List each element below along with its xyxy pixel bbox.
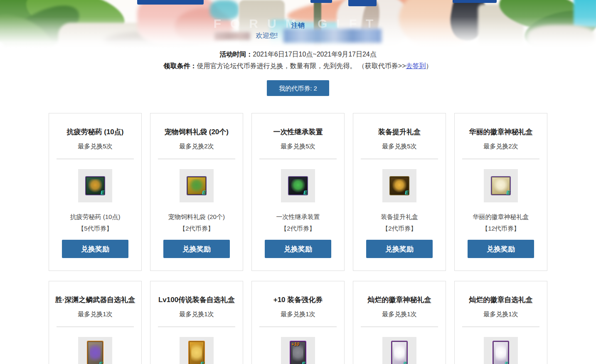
event-condition-line: 领取条件：使用官方论坛代币券进行兑换，数量有限，先到先得。 （获取代币券>>去签… [0,61,596,71]
blurred-account-info [283,29,382,43]
go-sign-in-link[interactable]: 去签到 [406,62,426,69]
icon-e-badge: E [506,189,510,196]
reward-title: 宠物饲料礼袋 (20个) [150,128,243,137]
icon-artwork [88,179,102,192]
reward-title: 灿烂的徽章自选礼盒 [455,295,547,305]
icon-e-badge: E [200,361,204,364]
reward-limit: 最多兑换5次 [49,143,141,150]
reward-limit: 最多兑换1次 [353,310,446,318]
redeem-button[interactable]: 兑换奖励 [366,240,433,258]
fatigue-potion-icon: E [85,176,105,195]
reward-price: 【2代币券】 [150,225,243,233]
reward-card: +10 装备强化券 最多兑换1次 +10 E 兑换奖励 [251,281,345,364]
reward-limit: 最多兑换1次 [252,310,344,318]
card-divider [361,159,438,159]
reward-title: 抗疲劳秘药 (10点) [49,128,141,137]
card-divider [158,327,235,327]
card-divider [462,327,539,327]
lv100-legend-box-icon: E [188,341,205,364]
card-divider [259,159,337,159]
inheritance-device-icon: E [288,176,308,195]
icon-well: E [180,337,214,364]
icon-e-badge: E [302,361,305,364]
plus10-enhance-ticket-icon: +10 E [290,341,306,364]
icon-e-badge: E [303,189,307,196]
card-divider [361,327,438,327]
reward-limit: 最多兑换1次 [49,310,141,318]
reward-title: 装备提升礼盒 [353,128,446,137]
reward-card: Lv100传说装备自选礼盒 最多兑换1次 E 兑换奖励 [150,281,243,364]
reward-title: Lv100传说装备自选礼盒 [150,295,243,305]
icon-artwork [392,179,406,192]
dazzling-badge-mystery-box-icon: E [391,341,408,364]
event-time-value: 2021年6日17日10点~2021年9月17日24点 [253,51,377,58]
reward-limit: 最多兑换5次 [252,143,344,150]
card-divider [158,159,235,159]
banner-top-fragment [137,0,204,5]
icon-e-badge: E [405,189,409,196]
banner-artwork: FORUM GIFT 注销 欢迎您! [0,0,596,48]
icon-well: E [78,169,112,202]
welcome-text: 欢迎您! [256,32,278,40]
reward-limit: 最多兑换5次 [353,143,446,150]
reward-card: 灿烂的徽章神秘礼盒 最多兑换1次 E 兑换奖励 [353,281,446,364]
pet-food-bag-icon: E [187,176,207,195]
reward-limit: 最多兑换1次 [150,310,243,318]
reward-card: 华丽的徽章神秘礼盒 最多兑换2次 E 华丽的徽章神秘礼盒 【12代币券】 兑换奖… [454,113,547,271]
icon-well: +10 E [281,337,315,364]
icon-well: E [281,169,315,202]
reward-title: 胜·深渊之鳞武器自选礼盒 [49,295,141,305]
icon-well: E [382,169,416,202]
banner-top-fragment [453,0,497,3]
icon-e-badge: E [505,361,508,364]
reward-item-name: 一次性继承装置 [252,213,344,221]
banner-top-fragment [348,0,377,6]
reward-item-name: 抗疲劳秘药 (10点) [49,213,141,221]
equipment-boost-box-icon: E [389,176,409,195]
icon-text-label: +10 [291,342,299,347]
reward-item-name: 宠物饲料礼袋 (20个) [150,213,243,221]
reward-item-name: 装备提升礼盒 [353,213,446,221]
reward-title: 灿烂的徽章神秘礼盒 [353,295,446,305]
icon-well: E [484,337,518,364]
redeem-button[interactable]: 兑换奖励 [468,240,534,258]
reward-card: 一次性继承装置 最多兑换5次 E 一次性继承装置 【2代币券】 兑换奖励 [251,113,345,271]
icon-well: E [382,337,416,364]
reward-title: 一次性继承装置 [252,128,344,137]
redeem-button[interactable]: 兑换奖励 [62,240,128,258]
card-divider [462,159,539,159]
icon-e-badge: E [202,189,206,196]
card-divider [259,327,337,327]
icon-e-badge: E [101,189,104,196]
event-condition-suffix: ） [426,62,433,69]
icon-artwork [190,179,204,192]
redeem-button[interactable]: 兑换奖励 [163,240,230,258]
banner-top-fragment [310,0,332,3]
icon-artwork [291,179,305,192]
reward-card: 胜·深渊之鳞武器自选礼盒 最多兑换1次 E 兑换奖励 [49,281,142,364]
reward-price: 【2代币券】 [252,225,344,233]
icon-well: E [180,169,214,202]
reward-card: 灿烂的徽章自选礼盒 最多兑换1次 E 兑换奖励 [454,281,547,364]
reward-title: +10 装备强化券 [252,295,344,305]
welcome-row: 欢迎您! [0,28,596,43]
reward-limit: 最多兑换2次 [455,143,547,150]
icon-e-badge: E [99,361,103,364]
event-time-label: 活动时间： [219,51,253,58]
icon-e-badge: E [403,361,407,364]
event-condition-label: 领取条件： [163,62,197,69]
reward-card: 抗疲劳秘药 (10点) 最多兑换5次 E 抗疲劳秘药 (10点) 【5代币券】 … [49,113,142,271]
dazzling-badge-choice-box-icon: E [493,341,509,364]
icon-well: E [78,337,112,364]
blurred-username-left [214,32,250,40]
reward-price: 【12代币券】 [455,225,547,233]
icon-well: E [484,169,518,202]
reward-price: 【5代币券】 [49,225,141,233]
icon-artwork [494,179,508,192]
event-time-line: 活动时间：2021年6日17日10点~2021年9月17日24点 [0,50,596,59]
reward-item-name: 华丽的徽章神秘礼盒 [455,213,547,221]
reward-price: 【2代币券】 [353,225,446,233]
my-tokens-button[interactable]: 我的代币券: 2 [267,80,329,96]
card-divider [57,327,134,327]
redeem-button[interactable]: 兑换奖励 [265,240,331,258]
